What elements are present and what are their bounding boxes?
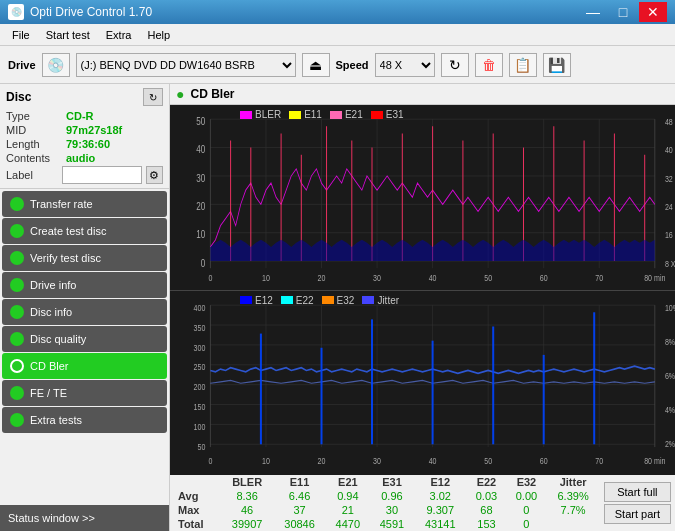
svg-text:70: 70 bbox=[595, 454, 603, 466]
nav-label-verify-test-disc: Verify test disc bbox=[30, 252, 101, 264]
legend-e22-label: E22 bbox=[296, 295, 314, 306]
chart-header: ● CD Bler bbox=[170, 84, 675, 105]
stats-total-row: Total 39907 30846 4470 4591 43141 153 0 bbox=[170, 517, 600, 531]
total-e12: 43141 bbox=[414, 517, 466, 531]
chart-upper: BLER E11 E21 E31 bbox=[170, 105, 675, 291]
nav-verify-test-disc[interactable]: Verify test disc bbox=[2, 245, 167, 271]
length-value: 79:36:60 bbox=[66, 138, 110, 150]
nav-transfer-rate[interactable]: Transfer rate bbox=[2, 191, 167, 217]
menu-extra[interactable]: Extra bbox=[98, 27, 140, 43]
eject-button[interactable]: ⏏ bbox=[302, 53, 330, 77]
menu-help[interactable]: Help bbox=[139, 27, 178, 43]
status-window-btn[interactable]: Status window >> bbox=[0, 505, 169, 531]
app-icon: 💿 bbox=[8, 4, 24, 20]
disc-header-title: Disc bbox=[6, 90, 31, 104]
nav-fe-te[interactable]: FE / TE bbox=[2, 380, 167, 406]
legend-e31: E31 bbox=[371, 109, 404, 120]
max-jitter: 7.7% bbox=[546, 503, 599, 517]
svg-text:8%: 8% bbox=[665, 335, 675, 347]
svg-text:70: 70 bbox=[595, 272, 603, 284]
svg-text:6%: 6% bbox=[665, 369, 675, 381]
app-title: Opti Drive Control 1.70 bbox=[30, 5, 152, 19]
drive-icon-btn[interactable]: 💿 bbox=[42, 53, 70, 77]
mid-value: 97m27s18f bbox=[66, 124, 122, 136]
svg-text:60: 60 bbox=[540, 454, 548, 466]
disc-refresh-btn[interactable]: ↻ bbox=[143, 88, 163, 106]
upper-legend: BLER E11 E21 E31 bbox=[200, 107, 444, 122]
svg-text:250: 250 bbox=[194, 361, 206, 373]
stats-header-jitter: Jitter bbox=[546, 475, 599, 489]
svg-text:48 X: 48 X bbox=[665, 116, 675, 128]
chart-lower: E12 E22 E32 Jitter bbox=[170, 291, 675, 476]
svg-text:150: 150 bbox=[194, 400, 206, 412]
menu-file[interactable]: File bbox=[4, 27, 38, 43]
drive-select[interactable]: (J:) BENQ DVD DD DW1640 BSRB bbox=[76, 53, 296, 77]
max-e12: 9.307 bbox=[414, 503, 466, 517]
total-e22: 153 bbox=[466, 517, 506, 531]
charts-container: BLER E11 E21 E31 bbox=[170, 105, 675, 475]
speed-select[interactable]: 48 X bbox=[375, 53, 435, 77]
nav-icon-extra-tests bbox=[10, 413, 24, 427]
maximize-button[interactable]: □ bbox=[609, 2, 637, 22]
upper-chart-svg: 50 40 30 20 10 0 48 X 40 X 32 X 24 X 16 … bbox=[170, 105, 675, 290]
max-label: Max bbox=[170, 503, 221, 517]
avg-e31: 0.96 bbox=[370, 489, 414, 503]
svg-text:20: 20 bbox=[318, 272, 326, 284]
stats-header-e11: E11 bbox=[273, 475, 325, 489]
legend-e11: E11 bbox=[289, 109, 322, 120]
nav-icon-transfer-rate bbox=[10, 197, 24, 211]
nav-drive-info[interactable]: Drive info bbox=[2, 272, 167, 298]
legend-e12: E12 bbox=[240, 295, 273, 306]
svg-text:30: 30 bbox=[196, 171, 205, 184]
max-e32: 0 bbox=[506, 503, 546, 517]
svg-text:8 X: 8 X bbox=[665, 258, 675, 270]
nav-disc-info[interactable]: Disc info bbox=[2, 299, 167, 325]
minimize-button[interactable]: — bbox=[579, 2, 607, 22]
legend-jitter-label: Jitter bbox=[377, 295, 399, 306]
total-e31: 4591 bbox=[370, 517, 414, 531]
toolbar: Drive 💿 (J:) BENQ DVD DD DW1640 BSRB ⏏ S… bbox=[0, 46, 675, 84]
svg-text:24 X: 24 X bbox=[665, 201, 675, 213]
scan-button[interactable]: 📋 bbox=[509, 53, 537, 77]
contents-label: Contents bbox=[6, 152, 66, 164]
svg-text:32 X: 32 X bbox=[665, 172, 675, 184]
nav-disc-quality[interactable]: Disc quality bbox=[2, 326, 167, 352]
legend-e11-label: E11 bbox=[304, 109, 322, 120]
erase-button[interactable]: 🗑 bbox=[475, 53, 503, 77]
nav-icon-drive-info bbox=[10, 278, 24, 292]
type-value: CD-R bbox=[66, 110, 94, 122]
nav-extra-tests[interactable]: Extra tests bbox=[2, 407, 167, 433]
stats-header-e12: E12 bbox=[414, 475, 466, 489]
refresh-button[interactable]: ↻ bbox=[441, 53, 469, 77]
disc-settings-btn[interactable]: ⚙ bbox=[146, 166, 163, 184]
stats-header-e32: E32 bbox=[506, 475, 546, 489]
close-button[interactable]: ✕ bbox=[639, 2, 667, 22]
menubar: File Start test Extra Help bbox=[0, 24, 675, 46]
total-jitter bbox=[546, 517, 599, 531]
svg-text:40: 40 bbox=[429, 272, 437, 284]
svg-text:50: 50 bbox=[197, 440, 205, 452]
nav-cd-bler[interactable]: CD Bler bbox=[2, 353, 167, 379]
svg-text:0: 0 bbox=[208, 454, 212, 466]
length-label: Length bbox=[6, 138, 66, 150]
start-full-button[interactable]: Start full bbox=[604, 482, 671, 502]
menu-start-test[interactable]: Start test bbox=[38, 27, 98, 43]
nav-icon-fe-te bbox=[10, 386, 24, 400]
start-part-button[interactable]: Start part bbox=[604, 504, 671, 524]
save-button[interactable]: 💾 bbox=[543, 53, 571, 77]
max-bler: 46 bbox=[221, 503, 273, 517]
avg-e12: 3.02 bbox=[414, 489, 466, 503]
svg-text:60: 60 bbox=[540, 272, 548, 284]
nav-icon-disc-info bbox=[10, 305, 24, 319]
nav-label-drive-info: Drive info bbox=[30, 279, 76, 291]
chart-title: CD Bler bbox=[190, 87, 234, 101]
speed-label: Speed bbox=[336, 59, 369, 71]
svg-text:30: 30 bbox=[373, 454, 381, 466]
nav-label-fe-te: FE / TE bbox=[30, 387, 67, 399]
status-window-label: Status window >> bbox=[8, 512, 95, 524]
svg-text:40 X: 40 X bbox=[665, 144, 675, 156]
stats-header-e22: E22 bbox=[466, 475, 506, 489]
svg-text:50: 50 bbox=[484, 272, 492, 284]
disc-label-input[interactable] bbox=[62, 166, 142, 184]
nav-create-test-disc[interactable]: Create test disc bbox=[2, 218, 167, 244]
